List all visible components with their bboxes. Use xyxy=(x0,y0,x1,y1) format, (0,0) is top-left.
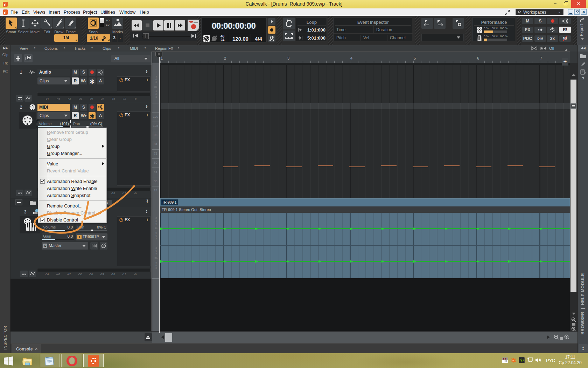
svg-text:S: S xyxy=(540,29,542,32)
svg-text:A: A xyxy=(101,107,104,111)
svg-text:a: a xyxy=(512,359,514,362)
